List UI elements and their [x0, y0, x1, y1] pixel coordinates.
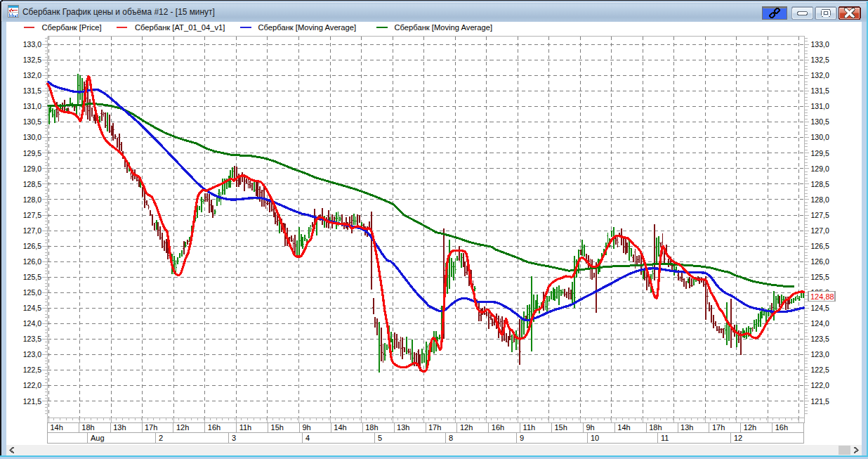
svg-text:17h: 17h [712, 423, 725, 432]
svg-text:123,5: 123,5 [811, 335, 829, 343]
svg-text:131,0: 131,0 [811, 102, 829, 110]
svg-text:122,5: 122,5 [811, 366, 829, 374]
svg-text:127,5: 127,5 [811, 211, 829, 219]
svg-text:15h: 15h [271, 423, 284, 432]
svg-text:128,5: 128,5 [23, 180, 41, 188]
svg-text:129,0: 129,0 [23, 164, 41, 173]
svg-text:11: 11 [661, 434, 669, 442]
svg-text:16h: 16h [492, 423, 504, 432]
svg-text:14h: 14h [50, 423, 63, 432]
svg-text:4: 4 [305, 434, 310, 442]
svg-text:12h: 12h [176, 423, 189, 432]
svg-text:126,5: 126,5 [811, 242, 829, 250]
svg-text:14h: 14h [617, 423, 630, 432]
svg-text:133,0: 133,0 [23, 40, 41, 49]
svg-text:Aug: Aug [91, 434, 105, 442]
svg-text:10: 10 [591, 434, 599, 442]
svg-text:3: 3 [232, 434, 236, 442]
svg-text:17h: 17h [145, 423, 157, 432]
svg-text:18h: 18h [81, 423, 94, 432]
svg-text:12: 12 [734, 434, 742, 442]
svg-text:126,0: 126,0 [811, 257, 829, 266]
svg-text:9h: 9h [303, 423, 311, 432]
svg-text:130,0: 130,0 [811, 133, 829, 141]
svg-text:130,5: 130,5 [811, 117, 829, 126]
svg-text:Сбербанк [AT_01_04_v1]: Сбербанк [AT_01_04_v1] [135, 23, 225, 32]
svg-text:11h: 11h [523, 423, 536, 432]
svg-text:132,0: 132,0 [811, 71, 829, 79]
svg-text:124,5: 124,5 [23, 304, 41, 312]
svg-text:16h: 16h [775, 423, 788, 432]
svg-text:129,5: 129,5 [23, 149, 41, 157]
svg-text:129,5: 129,5 [811, 149, 829, 157]
svg-text:127,0: 127,0 [23, 226, 41, 235]
svg-text:5: 5 [378, 434, 382, 442]
svg-text:128,0: 128,0 [23, 195, 41, 204]
svg-text:128,5: 128,5 [811, 180, 829, 188]
svg-text:122,0: 122,0 [811, 381, 829, 389]
svg-text:128,0: 128,0 [811, 195, 829, 204]
svg-text:131,5: 131,5 [811, 86, 829, 95]
svg-text:132,0: 132,0 [23, 71, 41, 79]
svg-text:15h: 15h [555, 423, 567, 432]
svg-text:13h: 13h [397, 423, 409, 432]
svg-text:Сбербанк График цены и объёма: Сбербанк График цены и объёма #12 - [15 … [22, 7, 215, 17]
svg-text:124,5: 124,5 [811, 304, 829, 312]
svg-text:Сбербанк [Price]: Сбербанк [Price] [42, 23, 102, 32]
svg-text:121,5: 121,5 [811, 397, 829, 406]
svg-text:13h: 13h [680, 423, 693, 432]
svg-text:127,5: 127,5 [23, 211, 41, 219]
svg-text:124,0: 124,0 [811, 319, 829, 328]
svg-text:9h: 9h [586, 423, 594, 432]
svg-text:Сбербанк [Moving Average]: Сбербанк [Moving Average] [395, 23, 493, 32]
svg-text:131,0: 131,0 [23, 102, 41, 110]
svg-text:126,0: 126,0 [23, 257, 41, 266]
svg-text:124,0: 124,0 [23, 319, 41, 328]
svg-text:14h: 14h [334, 423, 346, 432]
svg-text:17h: 17h [428, 423, 441, 432]
svg-text:132,5: 132,5 [23, 56, 41, 64]
svg-text:123,0: 123,0 [811, 350, 829, 358]
svg-text:131,5: 131,5 [23, 86, 41, 95]
svg-text:18h: 18h [365, 423, 378, 432]
svg-text:125,5: 125,5 [23, 273, 41, 281]
svg-text:122,0: 122,0 [23, 381, 41, 389]
svg-text:126,5: 126,5 [23, 242, 41, 250]
svg-text:132,5: 132,5 [811, 56, 829, 64]
svg-text:123,5: 123,5 [23, 335, 41, 343]
svg-text:11h: 11h [239, 423, 252, 432]
svg-text:12h: 12h [744, 423, 756, 432]
svg-text:13h: 13h [113, 423, 126, 432]
svg-text:130,5: 130,5 [23, 117, 41, 126]
svg-text:18h: 18h [649, 423, 662, 432]
svg-text:124,88: 124,88 [810, 292, 834, 301]
svg-text:127,0: 127,0 [811, 226, 829, 235]
svg-text:121,5: 121,5 [23, 397, 41, 406]
svg-text:125,5: 125,5 [811, 273, 829, 281]
svg-text:123,0: 123,0 [23, 350, 41, 358]
svg-text:12h: 12h [460, 423, 473, 432]
svg-text:Сбербанк [Moving Average]: Сбербанк [Moving Average] [258, 23, 357, 32]
svg-text:8: 8 [449, 434, 453, 442]
svg-text:133,0: 133,0 [811, 40, 829, 49]
svg-text:122,5: 122,5 [23, 366, 41, 374]
svg-text:16h: 16h [208, 423, 221, 432]
svg-text:125,0: 125,0 [23, 288, 41, 297]
svg-text:9: 9 [520, 434, 524, 442]
svg-text:129,0: 129,0 [811, 164, 829, 173]
svg-text:130,0: 130,0 [23, 133, 41, 141]
svg-text:2: 2 [159, 434, 163, 442]
